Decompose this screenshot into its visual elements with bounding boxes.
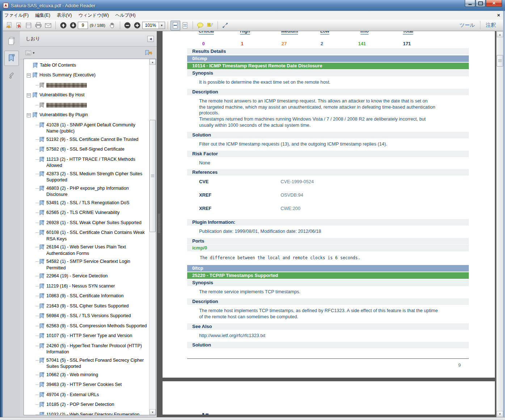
page-number-input[interactable] — [78, 22, 88, 29]
next-page-button[interactable] — [68, 21, 78, 30]
comment-panel-button[interactable]: 注釈 — [481, 22, 501, 29]
bookmark-item[interactable]: 41028 (1) - SNMP Agent Default Community… — [26, 121, 148, 135]
menubar-close-icon[interactable]: ✕ — [493, 13, 504, 18]
bookmark-item[interactable]: 10185 (2) - POP Server Detection — [26, 401, 148, 411]
bookmark-item[interactable]: 51192 (9) - SSL Certificate Cannot Be Tr… — [26, 135, 148, 146]
maximize-button[interactable] — [476, 0, 485, 7]
bookmark-item[interactable]: 24260 (5) - HyperText Transfer Protocol … — [26, 342, 148, 356]
bookmark-item[interactable]: 46803 (2) - PHP expose_php Information D… — [26, 184, 148, 199]
sticky-note-button[interactable] — [195, 21, 205, 30]
document-scrollbar-thumb[interactable] — [497, 55, 503, 67]
page-thumbnails-button[interactable] — [4, 33, 19, 49]
zoom-in-button[interactable] — [132, 21, 142, 30]
bookmark-label[interactable]: 39463 (3) - HTTP Server Cookies Set — [46, 382, 148, 388]
bookmark-item[interactable]: 49704 (3) - External URLs — [26, 391, 148, 401]
bookmark-label[interactable]: 62565 (2) - TLS CRIME Vulnerability — [46, 210, 148, 216]
bookmark-item[interactable] — [26, 101, 148, 111]
bookmark-label[interactable]: 62563 (9) - SSL Compression Methods Supp… — [46, 323, 148, 329]
sidebar-scrollbar-thumb[interactable] — [150, 120, 156, 232]
bookmark-label[interactable]: 26928 (1) - SSL Weak Cipher Suites Suppo… — [46, 220, 148, 226]
bookmark-label[interactable]: 60108 (1) - SSL Certificate Chain Contai… — [46, 230, 148, 242]
print-button[interactable] — [33, 21, 43, 30]
fit-width-button[interactable] — [171, 21, 180, 30]
menu-item[interactable]: 表示(V) — [54, 11, 75, 20]
bookmark-item[interactable]: 57041 (5) - SSL Perfect Forward Secrecy … — [26, 356, 148, 371]
document-scrollbar[interactable]: ▲ ▼ — [496, 31, 503, 417]
bookmark-label[interactable]: 49704 (3) - External URLs — [46, 392, 148, 398]
bookmark-item[interactable]: 42873 (2) - SSL Medium Strength Cipher S… — [26, 170, 148, 184]
scroll-up-icon[interactable]: ▲ — [497, 32, 503, 37]
bookmark-label[interactable]: Table Of Contents — [40, 62, 148, 69]
bookmark-item[interactable]: 10662 (3) - Web mirroring — [26, 371, 148, 381]
bookmark-label[interactable]: 22964 (19) - Service Detection — [46, 273, 148, 280]
sidebar-scrollbar[interactable]: ▲ ▼ — [149, 59, 156, 415]
attachments-panel-button[interactable] — [4, 68, 19, 83]
scroll-down-icon[interactable]: ▼ — [497, 411, 503, 417]
bookmark-label[interactable]: 54582 (1) - SMTP Service Cleartext Login… — [46, 259, 148, 271]
collapse-minus-icon[interactable] — [27, 74, 31, 77]
scroll-down-icon[interactable]: ▼ — [150, 409, 156, 415]
menu-item[interactable]: ファイル(F) — [1, 11, 32, 20]
bookmark-label[interactable]: 11032 (2) - Web Server Directory Enumera… — [46, 412, 148, 416]
bookmark-label[interactable]: 46803 (2) - PHP expose_php Information D… — [46, 185, 148, 198]
bookmark-label[interactable]: Vulnerabilities By Plugin — [39, 112, 148, 118]
bookmark-label[interactable]: Vulnerabilities By Host — [39, 92, 148, 98]
bookmark-options-button[interactable]: ▼ — [24, 49, 37, 57]
bookmark-label[interactable]: 24260 (5) - HyperText Transfer Protocol … — [46, 343, 148, 356]
fullscreen-button[interactable] — [220, 21, 230, 30]
zoom-level-value[interactable]: 101% — [143, 23, 159, 28]
bookmark-item[interactable]: 26194 (1) - Web Server Uses Plain Text A… — [26, 243, 148, 258]
bookmark-label[interactable]: 51192 (9) - SSL Certificate Cannot Be Tr… — [46, 136, 148, 143]
previous-page-button[interactable] — [58, 21, 68, 30]
bookmark-label[interactable]: 56984 (9) - SSL / TLS Versions Supported — [46, 313, 148, 319]
bookmark-label[interactable]: Hosts Summary (Executive) — [39, 72, 148, 79]
collapse-sidebar-button[interactable]: ◀ — [147, 36, 154, 42]
scroll-up-icon[interactable]: ▲ — [150, 59, 156, 65]
bookmark-item[interactable]: 60108 (1) - SSL Certificate Chain Contai… — [26, 229, 148, 243]
bookmark-item[interactable]: 53491 (2) - SSL / TLS Renegotiation DoS — [26, 199, 148, 209]
bookmark-label[interactable]: 53491 (2) - SSL / TLS Renegotiation DoS — [46, 200, 148, 206]
bookmark-item[interactable]: 54582 (1) - SMTP Service Cleartext Login… — [26, 258, 148, 272]
minimize-button[interactable] — [465, 0, 475, 7]
create-pdf-button[interactable] — [14, 21, 24, 30]
save-button[interactable] — [24, 21, 33, 30]
bookmark-item[interactable]: 62563 (9) - SSL Compression Methods Supp… — [26, 322, 148, 332]
bookmark-label[interactable]: 21643 (9) - SSL Cipher Suites Supported — [46, 303, 148, 310]
bookmark-item[interactable]: 21643 (9) - SSL Cipher Suites Supported — [26, 302, 148, 312]
bookmark-item[interactable]: 26928 (1) - SSL Weak Cipher Suites Suppo… — [26, 219, 148, 229]
bookmark-label[interactable]: 10863 (9) - SSL Certificate Information — [46, 293, 148, 299]
bookmark-label[interactable]: 10185 (2) - POP Server Detection — [46, 402, 148, 408]
bookmark-item[interactable]: Vulnerabilities By Host — [26, 91, 148, 101]
bookmark-label[interactable]: 57582 (6) - SSL Self-Signed Certificate — [46, 146, 148, 153]
bookmark-item[interactable]: 11032 (2) - Web Server Directory Enumera… — [26, 411, 148, 415]
bookmark-item[interactable]: Table Of Contents — [26, 61, 148, 71]
menu-item[interactable]: ウィンドウ(W) — [75, 11, 112, 20]
collapse-minus-icon[interactable] — [27, 113, 31, 117]
email-button[interactable] — [43, 21, 53, 30]
bookmark-item[interactable] — [26, 81, 148, 91]
bookmark-label[interactable]: 11213 (2) - HTTP TRACE / TRACK Methods A… — [46, 156, 148, 169]
bookmark-item[interactable]: Vulnerabilities By Plugin — [26, 111, 148, 121]
highlight-text-button[interactable]: T — [205, 21, 215, 30]
close-button[interactable]: ✕ — [486, 0, 502, 7]
bookmarks-panel-button[interactable] — [4, 51, 19, 66]
bookmark-label[interactable]: 42873 (2) - SSL Medium Strength Cipher S… — [46, 171, 148, 184]
bookmark-item[interactable]: 11213 (2) - HTTP TRACE / TRACK Methods A… — [26, 155, 148, 170]
expand-current-bookmark-button[interactable] — [144, 49, 153, 57]
menu-item[interactable]: ヘルプ(H) — [112, 11, 139, 20]
sidebar-splitter[interactable] — [157, 31, 162, 417]
menu-item[interactable]: 編集(E) — [32, 11, 54, 20]
bookmark-label[interactable]: 11219 (16) - Nessus SYN scanner — [46, 283, 148, 290]
bookmark-item[interactable]: 62565 (2) - TLS CRIME Vulnerability — [26, 209, 148, 219]
bookmark-label[interactable]: 10662 (3) - Web mirroring — [46, 372, 148, 378]
bookmark-label[interactable]: 10107 (5) - HTTP Server Type and Version — [46, 333, 148, 339]
bookmark-item[interactable]: 56984 (9) - SSL / TLS Versions Supported — [26, 312, 148, 322]
zoom-out-button[interactable] — [123, 21, 132, 30]
bookmark-item[interactable]: 10863 (9) - SSL Certificate Information — [26, 292, 148, 302]
collapse-minus-icon[interactable] — [27, 93, 31, 97]
bookmark-label[interactable]: 26194 (1) - Web Server Uses Plain Text A… — [46, 244, 148, 257]
splitter-handle[interactable] — [158, 214, 160, 233]
hand-tool-button[interactable] — [108, 21, 117, 30]
bookmark-label[interactable]: 57041 (5) - SSL Perfect Forward Secrecy … — [46, 357, 148, 370]
bookmark-item[interactable]: 10107 (5) - HTTP Server Type and Version — [26, 332, 148, 342]
